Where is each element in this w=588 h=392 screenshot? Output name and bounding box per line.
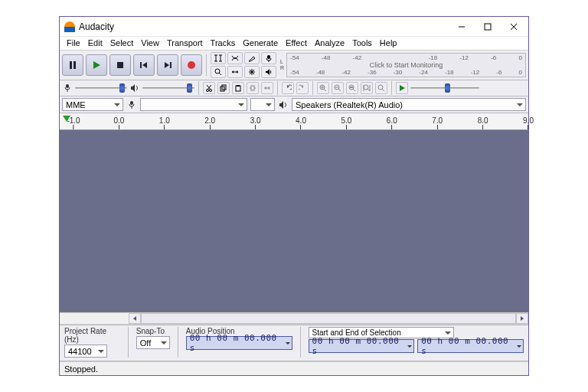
skip-start-button[interactable] xyxy=(133,54,155,76)
menu-file[interactable]: File xyxy=(63,38,84,47)
skip-end-button[interactable] xyxy=(157,54,178,76)
play-at-speed-button[interactable] xyxy=(396,82,408,94)
cut-button[interactable] xyxy=(203,82,215,94)
svg-rect-67 xyxy=(130,101,133,105)
playback-volume-slider[interactable] xyxy=(142,84,194,92)
svg-rect-4 xyxy=(70,61,72,69)
recording-meter[interactable]: -54-48-42-18-12-60 Click to Start Monito… xyxy=(286,53,526,77)
menu-transport[interactable]: Transport xyxy=(163,38,207,47)
menu-view[interactable]: View xyxy=(137,38,163,47)
multi-tool[interactable] xyxy=(244,66,260,78)
undo-button[interactable] xyxy=(282,82,294,94)
menu-tools[interactable]: Tools xyxy=(348,38,376,47)
menu-effect[interactable]: Effect xyxy=(282,38,311,47)
svg-marker-49 xyxy=(301,85,303,88)
track-area[interactable] xyxy=(60,130,528,312)
selection-tool[interactable] xyxy=(211,52,226,64)
ruler-mark: 5.0 xyxy=(341,116,351,129)
svg-marker-6 xyxy=(93,61,100,69)
svg-rect-42 xyxy=(251,86,254,90)
copy-button[interactable] xyxy=(217,82,230,94)
rec-device-icon xyxy=(126,100,137,110)
svg-rect-38 xyxy=(220,87,224,91)
app-logo-icon xyxy=(64,21,75,32)
svg-point-60 xyxy=(364,85,368,90)
svg-marker-33 xyxy=(131,84,135,92)
ruler-mark: -1.0 xyxy=(67,116,80,129)
selection-end-field[interactable]: 00 h 00 m 00.000 s xyxy=(417,339,524,353)
ruler-mark: 9.0 xyxy=(523,116,534,129)
svg-line-36 xyxy=(207,85,211,90)
meter-click-label: Click to Start Monitoring xyxy=(370,61,443,69)
svg-line-51 xyxy=(324,89,326,91)
ruler-mark: 2.0 xyxy=(204,116,215,129)
speaker-icon[interactable] xyxy=(261,66,276,78)
snap-to-combo[interactable]: Off xyxy=(136,336,170,349)
zoom-toggle-button[interactable] xyxy=(375,82,387,94)
playback-device-combo[interactable]: Speakers (Realtek(R) Audio) xyxy=(292,98,526,111)
mic-slider-icon xyxy=(62,83,73,93)
project-rate-combo[interactable]: 44100 xyxy=(64,345,107,358)
envelope-tool[interactable] xyxy=(227,52,243,64)
recording-channels-combo[interactable] xyxy=(250,98,275,111)
stop-button[interactable] xyxy=(109,54,131,76)
ruler-mark: 3.0 xyxy=(250,116,261,129)
svg-line-29 xyxy=(250,70,254,74)
svg-line-65 xyxy=(382,89,384,91)
close-button[interactable] xyxy=(501,18,527,36)
svg-rect-11 xyxy=(170,62,172,68)
paste-button[interactable] xyxy=(232,82,244,94)
svg-point-34 xyxy=(207,90,209,92)
selection-panel: Project Rate (Hz) 44100 Snap-To Off Audi… xyxy=(60,325,528,361)
menu-analyze[interactable]: Analyze xyxy=(311,38,348,47)
status-bar: Stopped. xyxy=(60,361,528,375)
speaker-slider-icon xyxy=(129,83,140,93)
scroll-right-button[interactable] xyxy=(516,313,528,324)
trim-button[interactable] xyxy=(247,82,259,94)
svg-rect-59 xyxy=(350,87,353,88)
menu-generate[interactable]: Generate xyxy=(239,38,282,47)
titlebar: Audacity xyxy=(60,17,528,37)
svg-rect-40 xyxy=(236,86,240,91)
svg-line-2 xyxy=(511,24,517,30)
menu-help[interactable]: Help xyxy=(376,38,401,47)
svg-rect-39 xyxy=(222,85,226,90)
timeshift-tool[interactable] xyxy=(227,66,243,78)
record-button[interactable] xyxy=(181,54,202,76)
selection-start-field[interactable]: 00 h 00 m 00.000 s xyxy=(309,339,415,353)
svg-marker-10 xyxy=(165,62,169,68)
recording-volume-slider[interactable] xyxy=(75,84,127,92)
menu-select[interactable]: Select xyxy=(106,38,138,47)
recording-device-combo[interactable] xyxy=(140,98,247,111)
timeline-ruler[interactable]: -1.00.01.02.03.04.05.06.07.08.09.0 xyxy=(60,113,528,130)
svg-rect-41 xyxy=(237,85,240,87)
zoom-in-button[interactable] xyxy=(317,82,329,94)
fit-project-button[interactable] xyxy=(361,82,373,94)
menu-tracks[interactable]: Tracks xyxy=(207,38,240,47)
zoom-tool[interactable] xyxy=(211,66,226,78)
mic-icon[interactable] xyxy=(261,52,276,64)
scroll-left-button[interactable] xyxy=(129,313,141,324)
svg-point-12 xyxy=(188,61,195,69)
minimize-button[interactable] xyxy=(449,18,475,36)
maximize-button[interactable] xyxy=(475,18,501,36)
snap-to-label: Snap-To xyxy=(136,327,170,335)
menubar: File Edit Select View Transport Tracks G… xyxy=(60,37,528,51)
draw-tool[interactable] xyxy=(244,52,260,64)
play-button[interactable] xyxy=(86,54,107,76)
zoom-out-button[interactable] xyxy=(332,82,344,94)
playback-speed-slider[interactable] xyxy=(410,84,479,92)
svg-line-55 xyxy=(338,89,341,91)
status-text: Stopped. xyxy=(64,364,98,374)
pause-button[interactable] xyxy=(62,54,83,76)
menu-edit[interactable]: Edit xyxy=(84,38,106,47)
svg-rect-31 xyxy=(66,84,69,88)
redo-button[interactable] xyxy=(296,82,309,94)
audio-position-field[interactable]: 00 h 00 m 00.000 s xyxy=(186,336,292,350)
fit-selection-button[interactable] xyxy=(346,82,358,94)
meter-lr-label: LR xyxy=(280,59,284,71)
svg-line-58 xyxy=(353,89,355,91)
silence-button[interactable] xyxy=(261,82,273,94)
audio-host-combo[interactable]: MME xyxy=(62,98,123,111)
horizontal-scrollbar[interactable] xyxy=(60,312,528,325)
